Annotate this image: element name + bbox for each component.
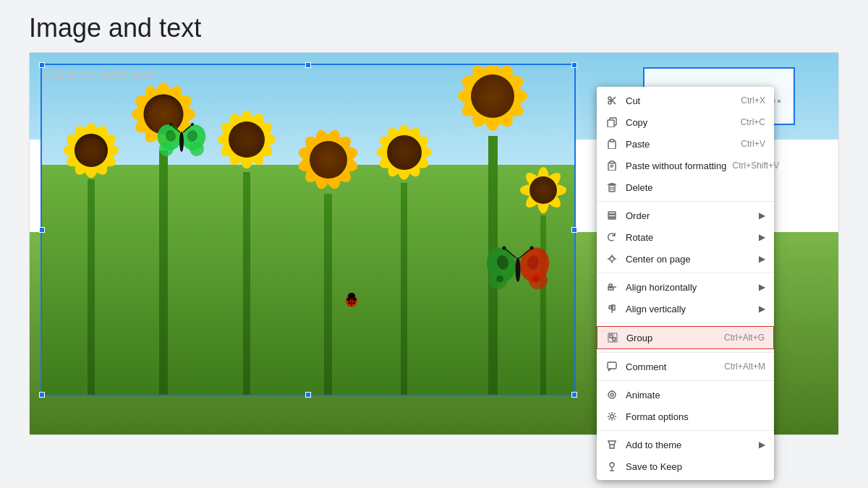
order-label: Order — [626, 210, 756, 221]
context-menu-item-copy[interactable]: CopyCtrl+C — [597, 111, 774, 133]
divider-after-group — [597, 352, 774, 353]
cut-shortcut: Ctrl+X — [741, 95, 765, 106]
copy-label: Copy — [626, 117, 735, 128]
context-menu-item-cut[interactable]: CutCtrl+X — [597, 90, 774, 111]
svg-point-50 — [610, 257, 614, 261]
align-vertically-label: Align vertically — [626, 304, 756, 314]
svg-rect-56 — [609, 284, 612, 286]
save-to-keep-label: Save to Keep — [626, 461, 765, 472]
svg-point-6 — [179, 132, 184, 152]
svg-point-29 — [353, 302, 355, 304]
add-to-theme-arrow: ▶ — [759, 440, 765, 450]
context-menu-item-align-vertically[interactable]: Align vertically▶ — [597, 298, 774, 320]
comment-icon — [605, 360, 618, 373]
context-menu-item-format-options[interactable]: Format options — [597, 406, 774, 427]
svg-point-8 — [169, 123, 172, 126]
context-menu-item-group[interactable]: GroupCtrl+Alt+G — [597, 326, 774, 349]
svg-point-21 — [503, 247, 506, 250]
paste-icon — [605, 137, 618, 150]
svg-point-69 — [610, 463, 614, 467]
context-menu-item-center-on-page[interactable]: Center on page▶ — [597, 248, 774, 270]
svg-point-23 — [530, 247, 534, 250]
order-arrow: ▶ — [759, 210, 765, 221]
align-vertically-arrow: ▶ — [759, 304, 765, 314]
format-options-label: Format options — [626, 411, 765, 422]
save-to-keep-icon — [605, 460, 618, 473]
svg-rect-38 — [610, 140, 614, 142]
context-menu-item-animate[interactable]: Animate — [597, 384, 774, 406]
format-options-icon — [605, 410, 618, 423]
animate-icon — [605, 388, 618, 401]
add-to-theme-label: Add to theme — [626, 440, 756, 450]
svg-point-66 — [610, 393, 613, 396]
context-menu-item-add-to-theme[interactable]: Add to theme▶ — [597, 434, 774, 455]
svg-rect-47 — [608, 212, 616, 214]
context-menu-item-paste-no-format[interactable]: Paste without formattingCtrl+Shift+V — [597, 155, 774, 176]
svg-rect-63 — [613, 338, 616, 341]
sunflower-image[interactable] — [41, 64, 576, 396]
align-vertically-icon — [605, 302, 618, 315]
divider-after-delete — [597, 201, 774, 202]
center-on-page-label: Center on page — [626, 254, 756, 265]
comment-label: Comment — [626, 361, 718, 372]
copy-shortcut: Ctrl+C — [741, 117, 765, 127]
paste-label: Paste — [626, 139, 735, 150]
svg-point-65 — [608, 391, 616, 398]
align-horizontally-arrow: ▶ — [759, 282, 765, 292]
paste-no-format-label: Paste without formatting — [626, 160, 726, 171]
rotate-label: Rotate — [626, 232, 756, 243]
svg-rect-48 — [608, 215, 616, 217]
group-icon — [606, 331, 619, 344]
group-shortcut: Ctrl+Alt+G — [724, 333, 765, 343]
center-on-page-arrow: ▶ — [759, 254, 765, 264]
paste-no-format-shortcut: Ctrl+Shift+V — [732, 160, 779, 171]
svg-point-17 — [496, 275, 503, 283]
svg-point-28 — [349, 302, 351, 304]
divider-after-comment — [597, 380, 774, 381]
divider-after-format-options — [597, 430, 774, 431]
group-label: Group — [626, 333, 718, 343]
context-menu: CutCtrl+XCopyCtrl+CPasteCtrl+VPaste with… — [597, 87, 774, 480]
context-menu-item-delete[interactable]: Delete — [597, 176, 774, 198]
page-title: Image and text — [0, 0, 868, 52]
svg-point-18 — [532, 275, 540, 283]
svg-point-10 — [191, 123, 194, 126]
copy-icon — [605, 116, 618, 129]
cut-icon — [605, 94, 618, 107]
context-menu-item-rotate[interactable]: Rotate▶ — [597, 226, 774, 248]
comment-shortcut: Ctrl+Alt+M — [724, 361, 765, 372]
animate-label: Animate — [626, 390, 765, 401]
add-to-theme-icon — [605, 438, 618, 451]
divider-after-align-vertically — [597, 322, 774, 323]
align-horizontally-icon — [605, 281, 618, 294]
cut-label: Cut — [626, 95, 735, 106]
divider-after-center-on-page — [597, 273, 774, 273]
svg-rect-49 — [608, 218, 616, 219]
svg-point-68 — [610, 415, 614, 419]
svg-rect-36 — [608, 120, 614, 127]
rotate-icon — [605, 231, 618, 244]
context-menu-item-align-horizontally[interactable]: Align horizontally▶ — [597, 276, 774, 298]
context-menu-item-paste[interactable]: PasteCtrl+V — [597, 133, 774, 155]
svg-rect-44 — [609, 185, 615, 192]
rotate-arrow: ▶ — [759, 232, 765, 242]
context-menu-item-comment[interactable]: CommentCtrl+Alt+M — [597, 356, 774, 377]
svg-rect-62 — [610, 335, 613, 338]
svg-rect-40 — [610, 161, 614, 163]
paste-shortcut: Ctrl+V — [741, 139, 765, 149]
svg-rect-57 — [608, 288, 613, 290]
svg-rect-59 — [609, 306, 611, 309]
svg-point-30 — [348, 293, 355, 299]
context-menu-item-save-to-keep[interactable]: Save to Keep — [597, 455, 774, 477]
align-horizontally-label: Align horizontally — [626, 282, 756, 293]
order-icon — [605, 209, 618, 222]
paste-no-format-icon — [605, 159, 618, 172]
delete-icon — [605, 181, 618, 194]
svg-rect-60 — [613, 305, 615, 310]
svg-point-19 — [516, 257, 521, 282]
delete-label: Delete — [626, 182, 765, 193]
center-on-page-icon — [605, 252, 618, 265]
svg-rect-64 — [608, 362, 616, 369]
context-menu-item-order[interactable]: Order▶ — [597, 205, 774, 226]
